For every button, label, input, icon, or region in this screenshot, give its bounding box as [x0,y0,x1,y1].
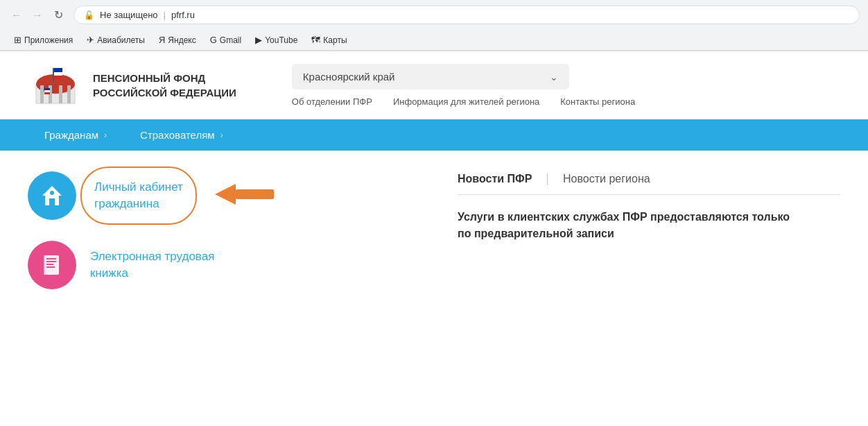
svg-rect-9 [54,76,62,79]
address-bar[interactable]: 🔓 Не защищено | pfrf.ru [73,6,860,24]
tab-news-region[interactable]: Новости региона [563,173,650,185]
svg-rect-11 [44,90,50,92]
electronic-book-label[interactable]: Электронная трудовая книжка [90,248,214,282]
tab-news-pfr[interactable]: Новости ПФР [458,173,532,185]
svg-rect-8 [54,72,62,76]
nav-kontakty[interactable]: Контакты региона [560,96,635,107]
region-chevron: ⌄ [550,71,558,83]
nav-otdelenie[interactable]: Об отделении ПФР [292,96,372,107]
bookmark-apps[interactable]: ⊞Приложения [8,33,78,47]
personal-cabinet-icon [28,171,76,220]
website-content: ПЕНСИОННЫЙ ФОНД РОССИЙСКОЙ ФЕДЕРАЦИИ Кра… [0,51,868,331]
svg-rect-23 [44,255,46,275]
bookmark-yandex[interactable]: ЯЯндекс [153,33,202,47]
svg-rect-7 [54,68,62,72]
svg-rect-20 [46,261,56,262]
header-nav: Об отделении ПФР Информация для жителей … [292,96,840,107]
svg-rect-14 [49,198,55,205]
youtube-label: YouTube [265,35,297,45]
svg-point-15 [50,191,54,195]
svg-rect-16 [236,189,274,199]
logo-text: ПЕНСИОННЫЙ ФОНД РОССИЙСКОЙ ФЕДЕРАЦИИ [93,71,236,100]
nav-zhiteli[interactable]: Информация для жителей региона [393,96,539,107]
svg-rect-22 [46,266,55,268]
content-area: Личный кабинет гражданина [0,151,868,331]
personal-cabinet-label[interactable]: Личный кабинет гражданина [90,176,187,215]
yandex-icon: Я [159,35,165,45]
site-header: ПЕНСИОННЫЙ ФОНД РОССИЙСКОЙ ФЕДЕРАЦИИ Кра… [0,51,868,119]
news-article: Услуги в клиентских службах ПФР предоста… [458,209,790,242]
svg-rect-4 [59,85,62,103]
back-button[interactable]: ← [8,7,25,24]
nav-buttons: ← → ↻ [8,7,67,24]
svg-rect-10 [44,88,50,90]
browser-toolbar: ← → ↻ 🔓 Не защищено | pfrf.ru [0,0,868,30]
yandex-label: Яндекс [168,35,196,45]
aviabilety-icon: ✈ [87,35,94,45]
logo-area: ПЕНСИОННЫЙ ФОНД РОССИЙСКОЙ ФЕДЕРАЦИИ [28,65,236,106]
grazhdanam-chevron: › [104,130,107,140]
maps-icon: 🗺 [311,35,320,45]
svg-rect-2 [40,85,44,103]
right-column: Новости ПФР | Новости региона Услуги в к… [458,171,840,310]
region-name: Красноярский край [303,71,395,83]
bookmarks-bar: ⊞Приложения✈АвиабилетыЯЯндексGGmail▶YouT… [0,30,868,51]
region-selector[interactable]: Красноярский край ⌄ [292,64,569,90]
refresh-button[interactable]: ↻ [50,7,67,24]
url-text: pfrf.ru [171,10,195,20]
electronic-book-icon [28,241,76,289]
maps-label: Карты [323,35,347,45]
news-tabs: Новости ПФР | Новости региона [458,171,840,195]
svg-rect-19 [46,258,56,259]
aviabilety-label: Авиабилеты [97,35,145,45]
service-item-personal-cabinet: Личный кабинет гражданина [28,171,430,220]
bookmark-maps[interactable]: 🗺Карты [306,33,352,47]
browser-chrome: ← → ↻ 🔓 Не защищено | pfrf.ru ⊞Приложени… [0,0,868,51]
address-separator: | [164,10,166,20]
nav-strahovatelyam[interactable]: Страхователям › [123,119,240,151]
apps-icon: ⊞ [14,35,21,45]
bookmark-youtube[interactable]: ▶YouTube [250,33,303,47]
gmail-label: Gmail [220,35,241,45]
svg-rect-21 [46,264,53,265]
svg-marker-17 [215,184,236,205]
pfr-logo [28,65,83,106]
main-nav-bar: Гражданам › Страхователям › [0,119,868,151]
svg-rect-6 [53,68,54,82]
svg-rect-5 [67,85,71,103]
news-tab-separator: | [546,171,549,186]
forward-button[interactable]: → [29,7,46,24]
service-item-electronic-book: Электронная трудовая книжка [28,241,430,289]
nav-grazhdanam[interactable]: Гражданам › [28,119,123,151]
header-right: Красноярский край ⌄ Об отделении ПФР Инф… [292,64,840,107]
bookmark-gmail[interactable]: GGmail [205,33,247,47]
gmail-icon: G [210,35,217,45]
bookmark-aviabilety[interactable]: ✈Авиабилеты [81,33,150,47]
svg-rect-12 [44,92,50,94]
apps-label: Приложения [24,35,73,45]
not-secure-label: Не защищено [100,10,158,20]
strahovatelyam-chevron: › [220,130,223,140]
arrow-indicator [215,177,284,214]
youtube-icon: ▶ [255,35,262,45]
lock-icon: 🔓 [84,10,94,20]
left-column: Личный кабинет гражданина [28,171,430,310]
